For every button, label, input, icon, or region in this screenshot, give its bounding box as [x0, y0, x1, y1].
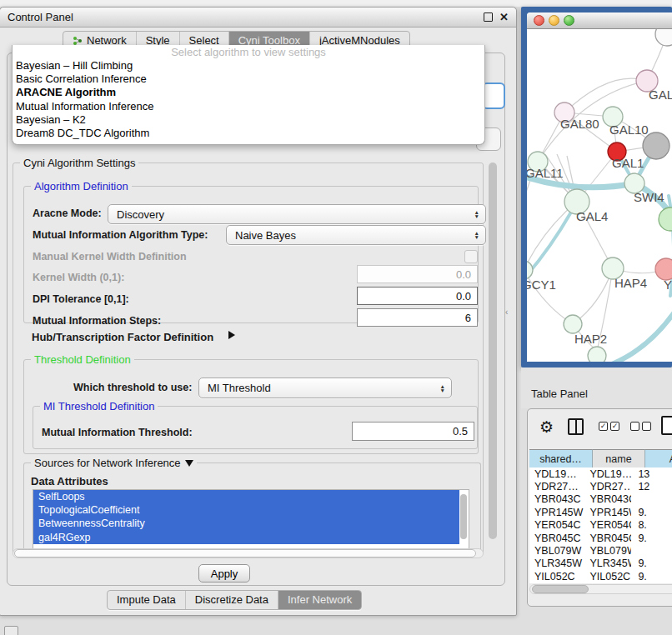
svg-text:HAP4: HAP4 [614, 276, 647, 290]
table-row[interactable]: YIL052CYIL052C9. [529, 570, 672, 582]
close-traffic-light-icon[interactable] [534, 15, 544, 26]
mi-algorithm-type-select[interactable]: Naive Bayes ▲▼ [226, 225, 486, 245]
float-window-icon[interactable] [484, 12, 493, 22]
network-window-titlebar[interactable] [527, 12, 672, 29]
node-hap2[interactable] [564, 315, 582, 333]
node-gcy1[interactable] [527, 261, 533, 279]
table-rows: YDL19…YDL19…13 YDR27…YDR27…12 YBR043CYBR… [529, 468, 672, 583]
threshold-definition-group: Threshold Definition Which threshold to … [23, 359, 479, 454]
zoom-traffic-light-icon[interactable] [564, 15, 574, 26]
settings-scrollbar-thumb[interactable] [489, 162, 497, 539]
svg-text:GAL4: GAL4 [576, 209, 608, 223]
aracne-mode-label: Aracne Mode: [33, 208, 102, 219]
list-item[interactable]: TopologicalCoefficient [33, 503, 459, 517]
algorithm-dropdown-list: Select algorithm to view settings Bayesi… [12, 45, 485, 145]
desktop-top-strip [0, 0, 672, 7]
table-row[interactable]: YDR27…YDR27…12 [529, 480, 672, 492]
manual-kernel-width-checkbox[interactable] [464, 250, 478, 263]
table-row[interactable]: YPR145WYPR145W9. [529, 506, 672, 518]
table-panel: ⚙ ✓✓ shared… name A YDL19…YDL19…13 YDR27… [527, 408, 672, 607]
settings-hscrollbar-track[interactable] [13, 548, 484, 558]
which-threshold-select[interactable]: MI Threshold ▲▼ [198, 378, 452, 398]
svg-text:GAL10: GAL10 [609, 122, 649, 137]
control-panel-title: Control Panel [8, 11, 73, 23]
dropdown-item[interactable]: Bayesian – K2 [13, 113, 484, 127]
desktop: { "colors": { "accent_blue_title": "#232… [0, 0, 672, 635]
svg-text:HAP2: HAP2 [574, 332, 607, 346]
dropdown-item[interactable]: Bayesian – Hill Climbing [13, 59, 484, 72]
kernel-width-label: Kernel Width (0,1): [33, 272, 124, 283]
list-item[interactable]: BetweennessCentrality [33, 517, 459, 530]
table-hscrollbar-track[interactable] [529, 584, 672, 594]
bottom-tabstrip: Impute Data Discretize Data Infer Networ… [107, 590, 362, 610]
table-row[interactable]: YDL19…YDL19…13 [529, 468, 672, 480]
table-row[interactable]: YBR043CYBR043C [529, 493, 672, 506]
expander-arrow-icon[interactable] [228, 331, 235, 339]
mi-threshold-label: Mutual Information Threshold: [42, 427, 193, 438]
list-scrollbar[interactable] [460, 494, 467, 539]
which-threshold-label: Which threshold to use: [73, 382, 192, 393]
column-header-shared[interactable]: shared… [529, 449, 593, 469]
mi-steps-field[interactable]: 6 [357, 308, 478, 327]
close-icon[interactable]: ✕ [499, 13, 509, 22]
mi-threshold-field[interactable]: 0.5 [352, 422, 474, 441]
node-labels: GAL GAL80 GAL10 GAL1 GAL11 SWI4 GAL4 GCY… [527, 88, 672, 346]
column-layout-icon[interactable] [568, 418, 584, 435]
column-header-partial[interactable]: A [645, 449, 672, 469]
mi-threshold-definition-group: MI Threshold Definition Mutual Informati… [33, 406, 478, 449]
tab-impute-data[interactable]: Impute Data [108, 591, 185, 609]
mi-algorithm-type-label: Mutual Information Algorithm Type: [33, 229, 208, 241]
table-options-gear-icon[interactable]: ⚙ [539, 418, 554, 437]
svg-text:GAL80: GAL80 [560, 117, 599, 131]
sources-group: Sources for Network Inference Data Attri… [23, 462, 481, 554]
control-panel-titlebar[interactable]: Control Panel ✕ [0, 8, 516, 28]
data-attributes-label: Data Attributes [31, 475, 108, 488]
list-item[interactable]: SelfLoops [33, 490, 459, 503]
unchecked-columns-icon[interactable] [630, 422, 651, 431]
node-unlabeled[interactable] [655, 29, 672, 46]
manual-kernel-width-label: Manual Kernel Width Definition [33, 251, 187, 262]
tab-infer-network[interactable]: Infer Network [278, 591, 361, 609]
node-green-right[interactable] [659, 208, 672, 231]
algorithm-dropdown-placeholder: Select algorithm to view settings [13, 45, 484, 59]
docked-panel-icon[interactable] [4, 626, 18, 635]
network-view-window: GAL GAL80 GAL10 GAL1 GAL11 SWI4 GAL4 GCY… [521, 7, 672, 368]
list-item[interactable]: gal4RGexp [33, 531, 459, 544]
sources-title[interactable]: Sources for Network Inference [31, 457, 197, 469]
table-row[interactable]: YER054CYER054C8. [529, 519, 672, 532]
dpi-tolerance-label: DPI Tolerance [0,1]: [33, 293, 129, 305]
svg-text:GCY1: GCY1 [527, 278, 556, 292]
dropdown-item[interactable]: Basic Correlation Inference [13, 72, 484, 86]
svg-text:SWI4: SWI4 [634, 190, 664, 204]
new-table-icon[interactable] [661, 416, 672, 435]
apply-button[interactable]: Apply [198, 564, 250, 582]
mi-threshold-definition-title: MI Threshold Definition [40, 400, 158, 412]
dropdown-item-highlighted[interactable]: ARACNE Algorithm [13, 86, 484, 99]
dpi-tolerance-field[interactable]: 0.0 [357, 287, 478, 305]
table-hscrollbar-thumb[interactable] [532, 585, 589, 593]
splitpane-grip-icon[interactable]: ‹ [505, 307, 515, 318]
combo-arrows-icon: ▲▼ [474, 231, 479, 239]
minimize-traffic-light-icon[interactable] [549, 15, 559, 26]
table-row[interactable]: YBL079WYBL079W [529, 544, 672, 557]
column-header-name[interactable]: name [593, 449, 645, 469]
svg-text:GAL11: GAL11 [527, 166, 564, 180]
cyni-algorithm-settings-title: Cyni Algorithm Settings [20, 157, 138, 169]
node-unlabeled[interactable] [588, 347, 606, 362]
settings-hscrollbar-thumb[interactable] [14, 549, 476, 558]
settings-scrollbar-track[interactable] [487, 154, 499, 560]
network-canvas[interactable]: GAL GAL80 GAL10 GAL1 GAL11 SWI4 GAL4 GCY… [527, 29, 672, 362]
data-attributes-list[interactable]: SelfLoops TopologicalCoefficient Between… [33, 489, 469, 550]
aracne-mode-select[interactable]: Discovery ▲▼ [108, 204, 486, 224]
collapse-arrow-icon[interactable] [185, 460, 193, 467]
dropdown-item[interactable]: Mutual Information Inference [13, 100, 484, 113]
algorithm-definition-title: Algorithm Definition [31, 180, 132, 192]
table-row[interactable]: YLR345WYLR345W9. [529, 558, 672, 570]
dropdown-item[interactable]: Dream8 DC_TDC Algorithm [13, 127, 484, 140]
table-panel-band: Table Panel [521, 368, 672, 408]
checked-columns-icon[interactable]: ✓✓ [599, 422, 619, 431]
mi-steps-label: Mutual Information Steps: [33, 315, 161, 327]
hub-tf-definition-label[interactable]: Hub/Transcription Factor Definition [32, 331, 213, 343]
table-row[interactable]: YBR045CYBR045C9. [529, 532, 672, 544]
tab-discretize-data[interactable]: Discretize Data [185, 591, 278, 609]
